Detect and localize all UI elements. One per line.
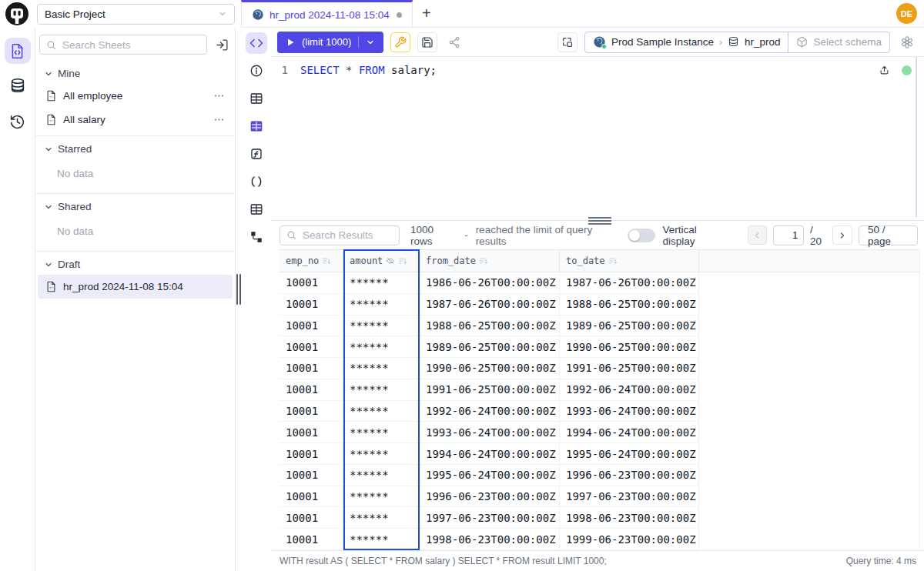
column-header-amount[interactable]: amount [343, 250, 420, 272]
project-select[interactable]: Basic Project [37, 4, 235, 25]
strip-procedures-button[interactable] [246, 171, 267, 192]
schema-selector[interactable]: Select schema [788, 32, 889, 52]
rail-worksheets-button[interactable] [5, 38, 31, 64]
table-cell[interactable]: 10001 [280, 486, 343, 508]
table-cell[interactable]: 1994-06-24T00:00:00Z [420, 443, 560, 465]
table-row[interactable]: 10001******1992-06-24T00:00:00Z1993-06-2… [280, 401, 919, 422]
table-cell[interactable]: 1995-06-24T00:00:00Z [420, 465, 560, 486]
sql-editor[interactable]: 1 SELECT * FROM salary; [271, 57, 924, 220]
more-icon[interactable] [213, 90, 225, 102]
table-cell[interactable]: 1989-06-25T00:00:00Z [420, 336, 560, 358]
table-cell[interactable]: 1999-06-23T00:00:00Z [560, 529, 699, 550]
table-cell[interactable]: ****** [343, 443, 420, 465]
column-header-from-date[interactable]: from_date [420, 250, 560, 272]
section-mine[interactable]: Mine [35, 61, 235, 84]
sheet-search-box[interactable] [39, 35, 207, 55]
share-sheet-button[interactable] [444, 32, 464, 52]
tab-hr-prod[interactable]: hr_prod 2024-11-08 15:04 [241, 0, 413, 27]
table-cell[interactable]: 10001 [280, 507, 343, 529]
strip-code-button[interactable] [246, 32, 267, 54]
run-query-button[interactable]: (limit 1000) [277, 32, 383, 53]
format-sql-button[interactable] [390, 32, 410, 52]
table-cell[interactable]: 10001 [280, 358, 343, 379]
table-cell[interactable]: 1998-06-23T00:00:00Z [560, 507, 699, 529]
section-draft[interactable]: Draft [35, 252, 235, 275]
table-cell[interactable]: ****** [343, 336, 420, 358]
table-cell[interactable]: 1997-06-23T00:00:00Z [420, 507, 560, 529]
page-size-select[interactable]: 50 / page [859, 225, 918, 245]
table-cell[interactable]: 1993-06-24T00:00:00Z [420, 422, 560, 443]
table-cell[interactable]: 1996-06-23T00:00:00Z [560, 465, 699, 486]
section-shared[interactable]: Shared [35, 194, 235, 217]
table-cell[interactable]: 1987-06-26T00:00:00Z [420, 294, 560, 316]
collapse-sidebar-icon[interactable] [213, 35, 231, 54]
table-cell[interactable]: 1988-06-25T00:00:00Z [560, 294, 699, 316]
rail-databases-button[interactable] [5, 73, 31, 99]
table-row[interactable]: 10001******1987-06-26T00:00:00Z1988-06-2… [280, 294, 919, 316]
table-cell[interactable]: 10001 [280, 422, 343, 443]
table-cell[interactable]: 10001 [280, 443, 343, 465]
table-cell[interactable]: 1987-06-26T00:00:00Z [560, 272, 699, 294]
table-cell[interactable]: ****** [343, 486, 420, 508]
table-cell[interactable]: ****** [343, 401, 420, 422]
table-cell[interactable]: 1996-06-23T00:00:00Z [420, 486, 560, 508]
column-header-to-date[interactable]: to_date [560, 250, 699, 272]
table-cell[interactable]: 1991-06-25T00:00:00Z [420, 379, 560, 401]
table-cell[interactable]: 1995-06-24T00:00:00Z [560, 443, 699, 465]
table-row[interactable]: 10001******1996-06-23T00:00:00Z1997-06-2… [280, 486, 919, 508]
upload-icon[interactable] [879, 65, 890, 76]
results-search-box[interactable] [280, 225, 400, 245]
table-row[interactable]: 10001******1991-06-25T00:00:00Z1992-06-2… [280, 379, 919, 401]
table-cell[interactable]: ****** [343, 465, 420, 486]
table-cell[interactable]: 10001 [280, 379, 343, 401]
new-tab-button[interactable]: + [413, 0, 440, 27]
table-cell[interactable]: ****** [343, 529, 420, 550]
table-cell[interactable]: 1989-06-25T00:00:00Z [560, 316, 699, 337]
table-row[interactable]: 10001******1993-06-24T00:00:00Z1994-06-2… [280, 422, 919, 443]
sheet-item-all-salary[interactable]: All salary [38, 108, 233, 132]
table-cell[interactable]: ****** [343, 358, 420, 379]
rail-history-button[interactable] [5, 109, 31, 135]
table-row[interactable]: 10001******1990-06-25T00:00:00Z1991-06-2… [280, 358, 919, 379]
bytebase-logo-icon[interactable] [4, 2, 30, 28]
table-cell[interactable]: 1986-06-26T00:00:00Z [420, 272, 560, 294]
results-search-input[interactable] [301, 229, 393, 242]
table-cell[interactable]: ****** [343, 294, 420, 316]
vertical-display-toggle[interactable] [628, 229, 655, 242]
table-row[interactable]: 10001******1989-06-25T00:00:00Z1990-06-2… [280, 336, 919, 358]
table-cell[interactable]: 1994-06-24T00:00:00Z [560, 422, 699, 443]
table-cell[interactable]: 10001 [280, 529, 343, 550]
table-cell[interactable]: 1992-06-24T00:00:00Z [420, 401, 560, 422]
table-cell[interactable]: 1992-06-24T00:00:00Z [560, 379, 699, 401]
user-avatar[interactable]: DE [896, 3, 917, 24]
table-cell[interactable]: 1993-06-24T00:00:00Z [560, 401, 699, 422]
table-row[interactable]: 10001******1986-06-26T00:00:00Z1987-06-2… [280, 272, 919, 294]
sidebar-resize-handle[interactable] [236, 274, 241, 305]
batch-query-button[interactable] [557, 32, 578, 52]
table-cell[interactable]: ****** [343, 316, 420, 337]
strip-schema-diagram-button[interactable] [246, 115, 267, 137]
table-row[interactable]: 10001******1998-06-23T00:00:00Z1999-06-2… [280, 529, 919, 550]
table-cell[interactable]: 10001 [280, 401, 343, 422]
table-cell[interactable]: 10001 [280, 336, 343, 358]
code-line[interactable]: SELECT * FROM salary; [300, 64, 437, 220]
table-row[interactable]: 10001******1997-06-23T00:00:00Z1998-06-2… [280, 507, 919, 529]
sheet-item-draft-hr-prod[interactable]: hr_prod 2024-11-08 15:04 [38, 275, 233, 299]
ai-assistant-button[interactable] [897, 32, 917, 52]
strip-er-diagram-button[interactable] [246, 226, 267, 248]
table-cell[interactable]: 1997-06-23T00:00:00Z [560, 486, 699, 508]
sheet-item-all-employee[interactable]: All employee [38, 84, 233, 108]
table-cell[interactable]: ****** [343, 272, 420, 294]
strip-external-tables-button[interactable] [246, 199, 267, 220]
panel-resize-handle[interactable] [588, 217, 611, 225]
table-cell[interactable]: 1991-06-25T00:00:00Z [560, 358, 699, 379]
instance-database-selector[interactable]: Prod Sample Instance › hr_prod [585, 32, 788, 52]
column-header-emp-no[interactable]: emp_no [280, 250, 343, 272]
table-cell[interactable]: 10001 [280, 316, 343, 337]
table-cell[interactable]: 1990-06-25T00:00:00Z [420, 358, 560, 379]
table-cell[interactable]: ****** [343, 422, 420, 443]
table-cell[interactable]: 10001 [280, 272, 343, 294]
strip-tables-button[interactable] [246, 88, 267, 109]
table-cell[interactable]: 1990-06-25T00:00:00Z [560, 336, 699, 358]
sheet-search-input[interactable] [61, 38, 200, 52]
